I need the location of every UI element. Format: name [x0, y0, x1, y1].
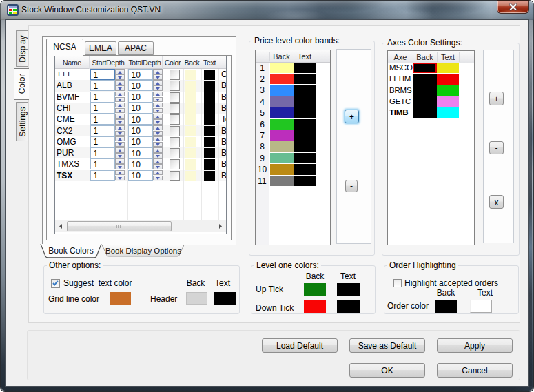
- svg-text:Book Display Options: Book Display Options: [105, 247, 181, 255]
- svg-text:Book Colors: Book Colors: [48, 246, 93, 256]
